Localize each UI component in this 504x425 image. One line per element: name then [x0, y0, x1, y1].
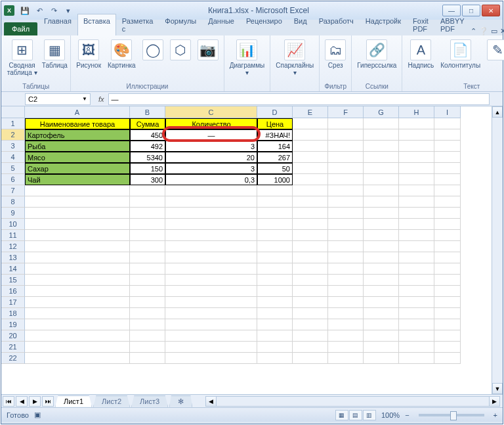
normal-view-icon[interactable]: ▦	[335, 410, 348, 420]
column-header[interactable]: C	[165, 106, 257, 118]
cell[interactable]	[130, 185, 165, 196]
restore-icon[interactable]: ▭	[491, 27, 497, 35]
cell[interactable]	[165, 241, 257, 252]
cell[interactable]	[434, 174, 461, 185]
cell[interactable]	[328, 252, 364, 263]
cell[interactable]	[130, 241, 165, 252]
page-layout-view-icon[interactable]: ▤	[349, 410, 362, 420]
cell[interactable]: Цена	[257, 118, 293, 129]
cell[interactable]	[293, 118, 328, 129]
cell[interactable]	[25, 308, 130, 319]
row-header[interactable]: 3	[1, 141, 25, 152]
cell[interactable]: Мясо	[25, 152, 130, 163]
cell[interactable]: Рыба	[25, 141, 130, 152]
cell[interactable]	[25, 230, 130, 241]
cell[interactable]	[293, 230, 328, 241]
help-icon[interactable]: ❔	[479, 27, 488, 35]
cell[interactable]	[399, 263, 434, 275]
cell[interactable]	[434, 230, 461, 241]
cell[interactable]	[130, 308, 165, 319]
cell[interactable]	[328, 129, 364, 141]
cell[interactable]: 300	[130, 174, 165, 185]
scroll-right-icon[interactable]: ▶	[489, 397, 499, 406]
cell[interactable]: 267	[257, 152, 293, 163]
column-header[interactable]: E	[293, 106, 328, 118]
cell[interactable]	[364, 141, 399, 152]
ribbon-tab[interactable]: Foxit PDF	[407, 14, 434, 35]
cell[interactable]	[399, 129, 434, 141]
cell[interactable]	[434, 152, 461, 163]
ribbon-button[interactable]: 🔗Гиперссылка	[356, 38, 398, 70]
row-header[interactable]: 21	[1, 342, 25, 353]
cell[interactable]	[25, 241, 130, 252]
cell[interactable]	[434, 196, 461, 208]
cell[interactable]	[364, 342, 399, 353]
chevron-down-icon[interactable]: ▼	[82, 96, 87, 102]
cell[interactable]	[434, 118, 461, 129]
cell[interactable]	[399, 308, 434, 319]
cell[interactable]	[399, 286, 434, 297]
file-tab[interactable]: Файл	[4, 22, 37, 35]
cell[interactable]	[399, 297, 434, 308]
ribbon-minimize-icon[interactable]: ⌃	[471, 27, 476, 35]
cell[interactable]	[328, 342, 364, 353]
cell[interactable]	[25, 208, 130, 219]
cell[interactable]	[165, 342, 257, 353]
cell[interactable]	[399, 185, 434, 196]
cell[interactable]	[434, 308, 461, 319]
cell[interactable]	[130, 342, 165, 353]
scroll-up-icon[interactable]: ▲	[492, 106, 503, 118]
cell[interactable]	[328, 286, 364, 297]
cell[interactable]	[328, 185, 364, 196]
vertical-scrollbar[interactable]: ▲ ▼	[492, 106, 503, 394]
ribbon-button[interactable]: 🎨Картинка	[106, 38, 137, 70]
cell[interactable]	[399, 208, 434, 219]
cell[interactable]	[399, 152, 434, 163]
ribbon-button[interactable]: 📄Колонтитулы	[439, 38, 482, 70]
cell[interactable]	[165, 330, 257, 342]
sheet-tab[interactable]: Лист3	[131, 395, 168, 407]
cell[interactable]	[328, 241, 364, 252]
cell[interactable]	[25, 342, 130, 353]
cell[interactable]	[434, 319, 461, 330]
row-header[interactable]: 1	[1, 118, 25, 129]
row-header[interactable]: 15	[1, 275, 25, 286]
cell[interactable]	[165, 319, 257, 330]
row-header[interactable]: 12	[1, 241, 25, 252]
ribbon-tab[interactable]: Рецензиро	[240, 14, 288, 35]
cell[interactable]	[434, 163, 461, 174]
ribbon-button[interactable]: AНадпись	[406, 38, 435, 70]
sheet-tab[interactable]: Лист1	[55, 395, 92, 407]
row-header[interactable]: 2	[1, 129, 25, 141]
cell[interactable]	[25, 330, 130, 342]
column-header[interactable]: I	[434, 106, 461, 118]
cell[interactable]	[364, 308, 399, 319]
cell[interactable]	[130, 230, 165, 241]
cell[interactable]	[328, 141, 364, 152]
row-header[interactable]: 11	[1, 230, 25, 241]
cell[interactable]	[293, 297, 328, 308]
cell[interactable]	[257, 263, 293, 275]
cell[interactable]	[399, 118, 434, 129]
cell[interactable]	[364, 275, 399, 286]
cell[interactable]	[364, 152, 399, 163]
cell[interactable]	[399, 342, 434, 353]
row-header[interactable]: 13	[1, 252, 25, 263]
ribbon-button[interactable]: ▦Таблица	[43, 38, 66, 70]
cell[interactable]	[399, 275, 434, 286]
zoom-level[interactable]: 100%	[381, 411, 400, 419]
close-button[interactable]: ✕	[482, 5, 500, 16]
cell[interactable]	[165, 286, 257, 297]
cell[interactable]	[130, 252, 165, 263]
ribbon-tab[interactable]: Формулы	[159, 14, 202, 35]
cell[interactable]	[293, 219, 328, 230]
cell[interactable]	[257, 219, 293, 230]
ribbon-button[interactable]: 🗂Срез	[324, 38, 347, 70]
cell[interactable]	[25, 275, 130, 286]
cell[interactable]	[399, 230, 434, 241]
cell[interactable]: 450	[130, 129, 165, 141]
new-sheet-icon[interactable]: ✻	[169, 395, 192, 407]
cell[interactable]	[364, 286, 399, 297]
cell[interactable]	[25, 252, 130, 263]
cell[interactable]	[293, 252, 328, 263]
